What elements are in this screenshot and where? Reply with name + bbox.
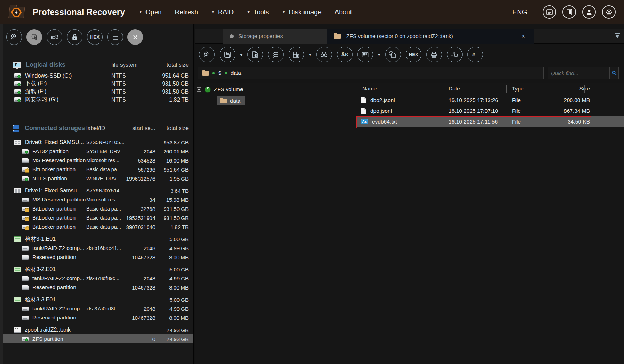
breadcrumb-segment-root[interactable]: $	[218, 70, 221, 76]
storage-row[interactable]: tank/RAID-Z2 comp...zfs-b16bae41...20484…	[3, 244, 193, 253]
storage-name-cell: Drive1: Fixed Samsu...	[14, 188, 86, 194]
logical-disk-row[interactable]: 网安学习 (G:)NTFS1.82 TB	[3, 96, 193, 104]
preview-dropdown-caret[interactable]: ▼	[377, 53, 381, 57]
partition-ok-icon	[14, 97, 21, 102]
explorer-content: ZFS volume data Name Date Type Size	[195, 83, 624, 364]
scan-storage-button[interactable]	[6, 29, 22, 45]
copy-files-button[interactable]	[385, 47, 401, 62]
storage-row[interactable]: 检材3-1.E015.00 GB	[3, 235, 193, 244]
file-row[interactable]: Aaevdb64.txt16.10.2025 17:11:56File34.50…	[356, 116, 624, 127]
storage-name: BitLocker partition	[32, 206, 76, 212]
storage-row[interactable]: BitLocker partitionBasic data pa...39070…	[3, 222, 193, 231]
hex-view-button[interactable]: HEX	[87, 29, 103, 45]
go-to-sector-button[interactable]: #_	[467, 47, 483, 62]
menu-disk-image[interactable]: ▼Disk image	[282, 8, 322, 16]
storage-row[interactable]: tank/RAID-Z2 comp...zfs-37a0cd8f...20484…	[3, 304, 193, 313]
left-edge-splitter[interactable]	[0, 24, 3, 364]
file-size-cell: 200.00 MB	[539, 97, 590, 103]
collapse-minus-icon[interactable]	[197, 87, 201, 92]
panel-layout-button[interactable]	[289, 47, 304, 62]
export-list-button[interactable]	[447, 47, 463, 62]
file-gear-icon	[251, 50, 259, 59]
print-list-button[interactable]	[426, 47, 442, 62]
file-row[interactable]: dbo2.jsonl16.10.2025 17:13:26File200.00 …	[356, 95, 624, 105]
total-size-cell: 953.87 GB	[155, 140, 189, 145]
label-id-cell: zfs-878df89c...	[86, 276, 125, 281]
save-dropdown-caret[interactable]: ▼	[239, 53, 243, 57]
user-account-button[interactable]	[582, 5, 596, 19]
tab-storage-properties[interactable]: Storage properties	[223, 29, 327, 44]
storage-row[interactable]: Drive1: Fixed Samsu...S7Y9NJ0Y514...3.64…	[3, 186, 193, 195]
column-label-id: label/ID	[86, 125, 125, 132]
tasks-list-button[interactable]	[268, 47, 284, 62]
save-with-settings-button[interactable]	[247, 47, 263, 62]
column-date[interactable]: Date	[449, 86, 512, 92]
logical-disk-row[interactable]: Windows-SSD (C:)NTFS951.64 GB	[3, 72, 193, 80]
column-type[interactable]: Type	[512, 86, 539, 92]
column-name[interactable]: Name	[362, 86, 449, 92]
log-button[interactable]	[543, 5, 556, 19]
menu-raid[interactable]: ▼RAID	[211, 8, 234, 16]
decrypt-storage-button[interactable]	[67, 29, 82, 45]
start-sector-cell: 10467328	[125, 285, 155, 291]
storage-row[interactable]: MS Reserved partitionMicrosoft res...341…	[3, 195, 193, 204]
menu-refresh[interactable]: Refresh	[175, 8, 198, 16]
storage-row[interactable]: FAT32 partitionSYSTEM_DRV2048260.01 MB	[3, 147, 193, 156]
file-name-cell: Aaevdb64.txt	[361, 119, 449, 125]
tree-node-label: ZFS volume	[214, 86, 243, 93]
storage-row[interactable]: 检材3-2.E015.00 GB	[3, 265, 193, 274]
storage-row[interactable]: NTFS partitionWINRE_DRV19963125761.95 GB	[3, 174, 193, 183]
logical-disk-row[interactable]: 游戏 (F:)NTFS931.50 GB	[3, 88, 193, 96]
storage-row[interactable]: BitLocker partitionBasic data pa...32768…	[3, 204, 193, 213]
tab-list-dropdown-icon[interactable]	[614, 33, 621, 38]
logical-disk-row[interactable]: 下载 (E:)NTFS931.50 GB	[3, 80, 193, 88]
panel-layout-dropdown-caret[interactable]: ▼	[308, 53, 312, 57]
language-selector[interactable]: ENG	[512, 8, 527, 16]
scan-result-button[interactable]	[26, 29, 42, 45]
tree-node-zfs-volume[interactable]: ZFS volume	[197, 85, 354, 94]
storage-row[interactable]: BitLocker partitionBasic data pa...19535…	[3, 213, 193, 222]
breadcrumb[interactable]: $ data	[198, 67, 544, 79]
storage-row[interactable]: ZFS partition024.93 GB	[3, 334, 193, 343]
total-size-cell: 1.95 GB	[155, 176, 189, 182]
quick-find-button[interactable]	[610, 67, 619, 79]
storage-name-cell: MS Reserved partition	[22, 157, 86, 164]
explorer-search-button[interactable]	[199, 47, 215, 62]
file-row[interactable]: dpo.jsonl16.10.2025 17:07:10File867.34 M…	[356, 105, 624, 116]
preview-panel-button[interactable]	[357, 47, 373, 62]
storage-row[interactable]: Reserved partition104673288.00 MB	[3, 313, 193, 322]
file-size-cell: 34.50 KB	[539, 119, 590, 125]
total-size-cell: 24.93 GB	[155, 336, 189, 342]
quick-find-input[interactable]	[548, 67, 610, 79]
storage-row[interactable]: MS Reserved partitionMicrosoft res...534…	[3, 156, 193, 165]
storage-row[interactable]: tank/RAID-Z2 comp...zfs-878df89c...20484…	[3, 274, 193, 283]
storage-row[interactable]: BitLocker partitionBasic data pa...56729…	[3, 165, 193, 174]
layout-panels-button[interactable]	[562, 5, 576, 19]
storage-row[interactable]: Reserved partition104673288.00 MB	[3, 283, 193, 292]
column-size[interactable]: Size	[539, 86, 590, 92]
storage-properties-button[interactable]	[107, 29, 123, 45]
menu-about[interactable]: About	[334, 8, 352, 16]
storage-name: MS Reserved partition	[32, 197, 86, 203]
hex-view-button[interactable]: HEX	[406, 47, 421, 62]
storage-row[interactable]: 检材3-3.E015.00 GB	[3, 295, 193, 304]
settings-button[interactable]	[602, 5, 616, 19]
disk-name-cell: Windows-SSD (C:)	[14, 73, 108, 79]
storage-row[interactable]: zpool::raidZ2::tank24.93 GB	[3, 325, 193, 334]
clone-storage-button[interactable]	[47, 29, 62, 45]
close-storage-button[interactable]	[127, 29, 143, 45]
total-size-cell: 1.82 TB	[150, 97, 189, 103]
text-encoding-button[interactable]: Äß	[337, 47, 353, 62]
storage-row[interactable]: Reserved partition104673288.00 MB	[3, 253, 193, 262]
file-list: Name Date Type Size dbo2.jsonl16.10.2025…	[356, 83, 624, 127]
menu-tools[interactable]: ▼Tools	[247, 8, 269, 16]
storage-row[interactable]: Drive0: Fixed SAMSU...S7S5NF0Y105...953.…	[3, 138, 193, 147]
tab-close-button[interactable]: ×	[520, 32, 527, 40]
menu-open[interactable]: ▼Open	[139, 8, 161, 16]
breadcrumb-segment-data[interactable]: data	[231, 70, 241, 76]
storage-name-cell: zpool::raidZ2::tank	[14, 327, 86, 333]
save-files-button[interactable]	[220, 47, 235, 62]
tab-zfs-volume[interactable]: ZFS volume (sector 0 on zpool::raidZ2::t…	[327, 29, 534, 44]
tree-node-data-selected[interactable]: data	[217, 96, 245, 105]
find-files-button[interactable]	[316, 47, 332, 62]
